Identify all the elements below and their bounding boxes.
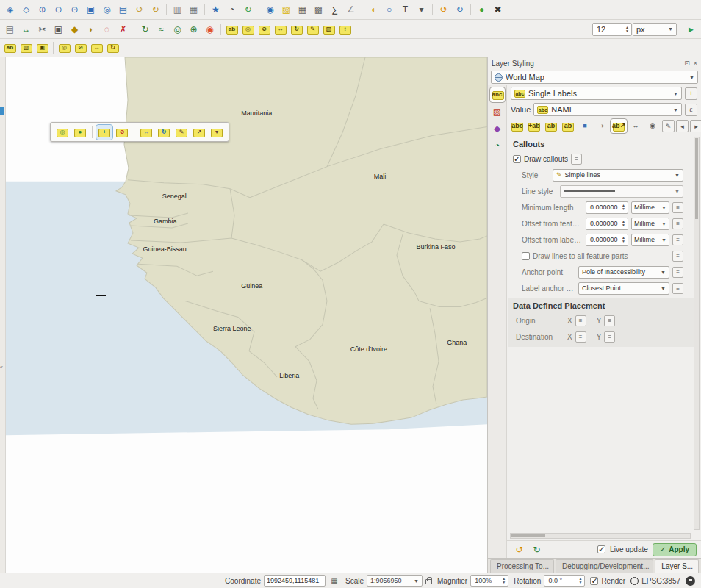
style-manager-button[interactable]: +: [685, 87, 697, 100]
diagram-move-icon[interactable]: ↕: [337, 22, 353, 37]
map-tips-icon[interactable]: ◖: [365, 2, 381, 17]
collapsed-panel-grip[interactable]: «: [0, 365, 3, 370]
labels-tab[interactable]: abc: [490, 87, 505, 102]
extents-toggle-icon[interactable]: ▦: [328, 575, 340, 587]
tab-callouts[interactable]: ab↗: [611, 119, 627, 133]
pan-map-icon[interactable]: ◈: [2, 2, 18, 17]
coordinate-input[interactable]: [264, 575, 326, 587]
layout-manager-icon[interactable]: ▦: [186, 2, 201, 17]
move-feature-icon[interactable]: ↔: [18, 22, 34, 37]
data-defined-override-button[interactable]: ≡: [604, 315, 615, 326]
spinner-arrows-icon[interactable]: ▲▼: [578, 577, 582, 584]
rotate-feature-icon[interactable]: ↻: [137, 22, 153, 37]
zoom-native-icon[interactable]: ⊙: [67, 2, 82, 17]
simplify-feature-icon[interactable]: ≈: [154, 22, 169, 37]
float-panel-icon[interactable]: ⊡: [684, 60, 690, 67]
text-annotation-icon[interactable]: T: [398, 2, 413, 17]
measure-icon[interactable]: ∠: [343, 2, 359, 17]
tab-placement[interactable]: ↔: [628, 119, 644, 133]
tab-formatting[interactable]: +ab: [526, 119, 542, 133]
identify-features-icon[interactable]: ◉: [262, 2, 278, 17]
apply-button[interactable]: ✓ Apply: [653, 543, 697, 556]
offset-from-label-area-spinner[interactable]: 0.000000 ▲▼: [586, 234, 628, 246]
add-ring-icon[interactable]: ◎: [170, 22, 185, 37]
statistics-icon[interactable]: ∑: [327, 2, 342, 17]
reshape-features-icon[interactable]: ◆: [67, 22, 82, 37]
tab-shadow[interactable]: ◑: [594, 119, 610, 133]
copy-label-settings-icon[interactable]: ▣: [35, 40, 50, 55]
offset-from-feature-unit-combo[interactable]: Millime ▼: [631, 218, 669, 230]
rotate-label-icon[interactable]: ↻: [105, 40, 121, 55]
spinner-arrows-icon[interactable]: ▲▼: [502, 577, 506, 584]
expression-button[interactable]: ε: [685, 104, 697, 116]
rotate-label-button[interactable]: ↻: [156, 125, 172, 140]
annotation-dropdown-icon[interactable]: ▾: [414, 2, 429, 17]
pin-unpin-labels-button[interactable]: +: [96, 125, 112, 140]
tab-rendering[interactable]: ◉: [644, 119, 661, 133]
minimum-length-spinner[interactable]: 0.000000 ▲▼: [586, 201, 628, 214]
fill-ring-icon[interactable]: ◉: [202, 22, 218, 37]
highlight-pinned-labels-button[interactable]: ◎: [54, 125, 71, 140]
tab-background[interactable]: ■: [577, 119, 593, 133]
search-icon[interactable]: ○: [381, 2, 397, 17]
tab-scroll-right-button[interactable]: ▸: [690, 120, 701, 132]
change-label-button[interactable]: ✎: [173, 125, 190, 140]
messages-icon[interactable]: [686, 576, 695, 586]
redo-icon[interactable]: ↻: [452, 2, 467, 17]
label-move-icon[interactable]: ↔: [273, 22, 288, 37]
data-defined-override-button[interactable]: ≡: [672, 251, 683, 262]
open-attribute-table-icon[interactable]: ▦: [295, 2, 310, 17]
scale-combo[interactable]: 1:9056950 ▼: [367, 575, 423, 587]
bookmarks-icon[interactable]: ★: [208, 2, 223, 17]
edit-symbol-button[interactable]: ✎: [662, 120, 675, 132]
vertical-scrollbar[interactable]: [694, 137, 700, 530]
spinner-arrows-icon[interactable]: ▲▼: [625, 26, 629, 33]
zoom-to-selection-icon[interactable]: ◎: [99, 2, 115, 17]
tab-debugging-development[interactable]: Debugging/Development...: [556, 559, 653, 573]
data-defined-override-button[interactable]: ≡: [604, 331, 615, 343]
minimum-length-unit-combo[interactable]: Millime ▼: [631, 201, 669, 214]
toggle-unplaced-labels-button[interactable]: ●: [72, 125, 88, 140]
add-part-icon[interactable]: ⊕: [186, 22, 201, 37]
zoom-to-layer-icon[interactable]: ▤: [115, 2, 131, 17]
discard-style-changes-button[interactable]: ↺: [511, 542, 527, 557]
move-label-button[interactable]: ↔: [138, 125, 154, 140]
spinner-arrows-icon[interactable]: ▲▼: [622, 220, 625, 227]
map-canvas[interactable]: MauritaniaMaliSenegalGambiaGuinea-Bissau…: [6, 57, 487, 573]
crs-label[interactable]: EPSG:3857: [641, 577, 680, 585]
show-hidden-labels-icon[interactable]: ⊘: [73, 40, 88, 55]
layer-diagram-settings-icon[interactable]: ▧: [18, 40, 34, 55]
tab-scroll-left-button[interactable]: ◂: [676, 120, 689, 132]
annotation-pointer-icon[interactable]: ►: [683, 22, 699, 37]
change-callout-button[interactable]: ↗: [191, 125, 207, 140]
history-tab[interactable]: ◔: [490, 138, 505, 153]
move-label-icon[interactable]: ↔: [89, 40, 104, 55]
live-update-checkbox[interactable]: [597, 545, 605, 553]
horizontal-scrollbar[interactable]: [510, 533, 691, 539]
data-defined-override-button[interactable]: ≡: [672, 218, 683, 229]
pin-labels-icon[interactable]: ◎: [57, 40, 72, 55]
new-print-layout-icon[interactable]: ▥: [170, 2, 185, 17]
data-defined-override-button[interactable]: ≡: [672, 267, 683, 278]
symbology-tab[interactable]: ▧: [490, 104, 505, 119]
bug-icon[interactable]: ✖: [490, 2, 506, 17]
value-combo[interactable]: abc NAME ▼: [533, 103, 682, 116]
select-features-icon[interactable]: ▧: [278, 2, 294, 17]
pan-to-selection-icon[interactable]: ◇: [18, 2, 34, 17]
crs-globe-icon[interactable]: [630, 577, 639, 585]
font-unit-combo[interactable]: px ▼: [633, 23, 677, 36]
label-rotate-icon[interactable]: ↻: [289, 22, 304, 37]
refresh-style-button[interactable]: ↻: [529, 542, 544, 557]
3d-view-tab[interactable]: ◆: [490, 121, 505, 136]
data-defined-override-button[interactable]: ≡: [672, 202, 683, 213]
field-calculator-icon[interactable]: ▩: [311, 2, 326, 17]
temporal-controller-icon[interactable]: ◔: [224, 2, 240, 17]
offset-from-feature-spinner[interactable]: 0.000000 ▲▼: [586, 218, 628, 230]
draw-all-parts-checkbox[interactable]: [522, 252, 530, 260]
anchor-point-combo[interactable]: Pole of Inaccessibility ▼: [578, 266, 669, 279]
spinner-arrows-icon[interactable]: ▲▼: [622, 236, 625, 243]
rotation-spinner[interactable]: 0.0 ° ▲▼: [544, 575, 585, 587]
spinner-arrows-icon[interactable]: ▲▼: [622, 204, 625, 211]
zoom-full-icon[interactable]: ▣: [83, 2, 98, 17]
labeling-mode-combo[interactable]: abc Single Labels ▼: [511, 87, 682, 100]
